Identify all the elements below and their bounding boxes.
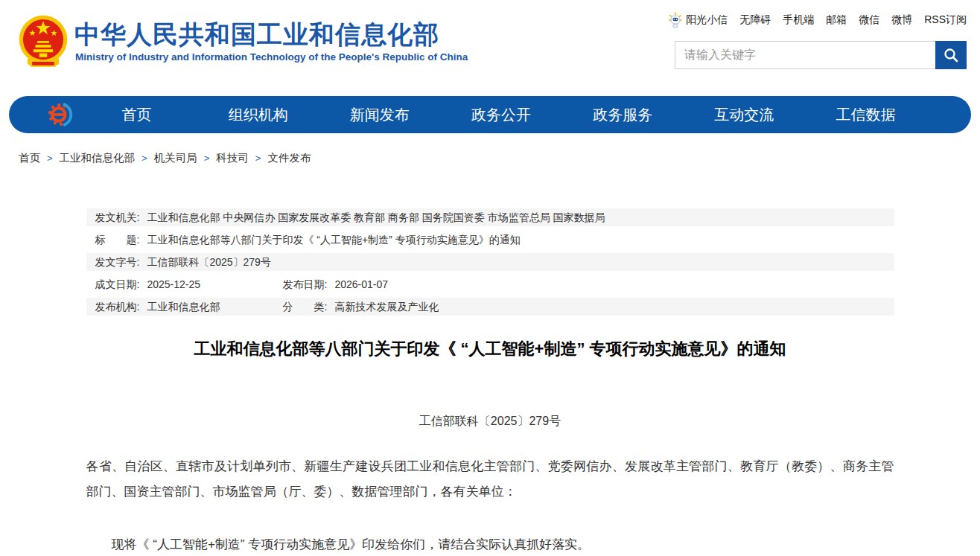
meta-cell-written-date: 成文日期: 2025-12-25 [95,278,283,291]
breadcrumb-departments[interactable]: 机关司局 [154,151,197,165]
quick-link-label: 邮箱 [826,13,847,27]
document-paragraph-salutation: 各省、自治区、直辖市及计划单列市、新疆生产建设兵团工业和信息化主管部门、党委网信… [86,454,894,505]
meta-label: 分 类: [283,300,328,313]
quick-link-accessibility[interactable]: 无障碍 [739,13,771,27]
quick-link-wechat[interactable]: 微信 [859,13,879,27]
meta-label: 成文日期: [95,278,140,291]
breadcrumb-separator: > [204,153,210,164]
document-paragraph-body: 现将《 “人工智能+制造” 专项行动实施意见》印发给你们，请结合实际认真抓好落实… [86,532,894,556]
nav-item-organization[interactable]: 组织机构 [197,105,319,125]
search-icon [943,47,959,63]
nav-item-gov-disclosure[interactable]: 政务公开 [440,105,561,125]
meta-row-document-number: 发文字号: 工信部联科〔2025〕279号 [86,253,894,271]
nav-item-interaction[interactable]: 互动交流 [684,105,805,125]
main-nav: 首页 组织机构 新闻发布 政务公开 政务服务 互动交流 工信数据 [9,96,971,133]
quick-link-mobile[interactable]: 手机端 [783,13,814,27]
national-emblem-icon [19,13,68,77]
meta-row-issuing-authority: 发文机关: 工业和信息化部 中央网信办 国家发展改革委 教育部 商务部 国务院国… [86,208,894,226]
quick-link-label: 微信 [859,13,879,27]
meta-value: 工信部联科〔2025〕279号 [147,255,271,269]
nav-item-miit-data[interactable]: 工信数据 [805,105,926,125]
header-utilities: 阳光小信 无障碍 手机端 邮箱 微信 微博 RSS订阅 [669,12,967,69]
nav-item-gov-services[interactable]: 政务服务 [562,105,684,125]
miit-gear-logo-icon [46,100,76,130]
document-page: 发文机关: 工业和信息化部 中央网信办 国家发展改革委 教育部 商务部 国务院国… [86,208,894,556]
search-button[interactable] [935,41,967,69]
quick-link-sunshine[interactable]: 阳光小信 [668,12,728,28]
document-number: 工信部联科〔2025〕279号 [86,414,894,429]
breadcrumb-home[interactable]: 首页 [19,151,40,165]
nav-item-home[interactable]: 首页 [76,105,197,125]
site-header: 中华人民共和国工业和信息化部 Ministry of Industry and … [0,0,980,93]
meta-value: 2025-12-25 [147,278,200,291]
meta-label: 发布日期: [283,278,328,291]
quick-link-label: 手机端 [783,13,814,27]
site-title: 中华人民共和国工业和信息化部 [74,18,439,52]
meta-value: 工业和信息化部等八部门关于印发《 “人工智能+制造” 专项行动实施意见》的通知 [147,233,520,246]
meta-value: 高新技术发展及产业化 [334,300,439,313]
quick-link-mail[interactable]: 邮箱 [826,13,847,27]
meta-value: 工业和信息化部 [147,300,220,313]
meta-value: 2026-01-07 [334,278,388,291]
document-title: 工业和信息化部等八部门关于印发《 “人工智能+制造” 专项行动实施意见》的通知 [86,338,894,360]
nav-item-news[interactable]: 新闻发布 [319,105,440,125]
quick-link-label: 微博 [891,13,912,27]
site-subtitle: Ministry of Industry and Information Tec… [75,51,468,63]
meta-label: 发布机构: [95,300,140,313]
breadcrumb-science-tech-dept[interactable]: 科技司 [216,151,249,165]
breadcrumb-separator: > [47,153,53,164]
breadcrumb-separator: > [141,153,147,164]
quick-link-label: RSS订阅 [924,13,967,27]
quick-link-rss[interactable]: RSS订阅 [924,13,967,27]
search-bar [675,41,967,69]
quick-link-weibo[interactable]: 微博 [891,13,912,27]
quick-links: 阳光小信 无障碍 手机端 邮箱 微信 微博 RSS订阅 [669,12,967,28]
quick-link-label: 阳光小信 [686,13,728,27]
meta-label: 标 题: [95,233,140,246]
meta-label: 发文字号: [95,255,140,269]
meta-value: 工业和信息化部 中央网信办 国家发展改革委 教育部 商务部 国务院国资委 市场监… [147,211,605,224]
nav-items: 首页 组织机构 新闻发布 政务公开 政务服务 互动交流 工信数据 [76,105,926,125]
breadcrumb-miit[interactable]: 工业和信息化部 [60,151,136,165]
sunshine-robot-mascot-icon [668,12,683,28]
quick-link-label: 无障碍 [739,13,771,27]
meta-row-title: 标 题: 工业和信息化部等八部门关于印发《 “人工智能+制造” 专项行动实施意见… [86,231,894,249]
breadcrumb-document-release[interactable]: 文件发布 [267,151,311,165]
meta-row-publisher-category: 发布机构: 工业和信息化部 分 类: 高新技术发展及产业化 [86,298,894,316]
search-input[interactable] [675,41,935,69]
meta-row-dates: 成文日期: 2025-12-25 发布日期: 2026-01-07 [86,275,894,293]
meta-cell-publisher: 发布机构: 工业和信息化部 [95,300,283,313]
meta-label: 发文机关: [95,211,140,224]
breadcrumb-separator: > [255,153,261,164]
breadcrumb: 首页 > 工业和信息化部 > 机关司局 > 科技司 > 文件发布 [19,151,980,165]
